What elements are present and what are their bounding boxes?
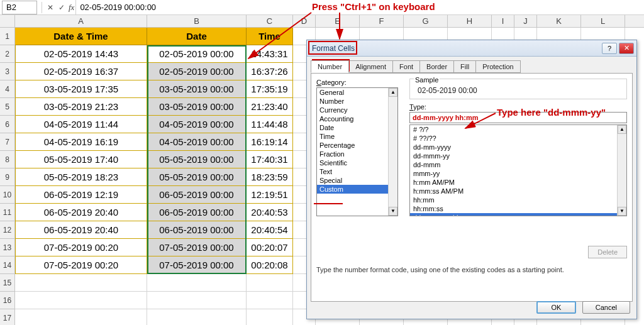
row-header-15[interactable]: 15	[0, 274, 14, 292]
category-item-text[interactable]: Text	[317, 167, 397, 176]
cell-B9[interactable]: 05-05-2019 00:00	[147, 168, 247, 186]
cell-B2[interactable]: 02-05-2019 00:00	[147, 45, 247, 63]
type-item[interactable]: dd-mm-yyyy hh:mm	[410, 213, 626, 216]
category-item-date[interactable]: Date	[317, 123, 397, 132]
row-header-16[interactable]: 16	[0, 292, 14, 309]
cell-C5[interactable]: 21:23:40	[247, 98, 293, 116]
cell-A11[interactable]: 06-05-2019 20:40	[15, 204, 147, 221]
row-header-5[interactable]: 5	[0, 98, 14, 116]
type-item[interactable]: dd-mmm-yy	[410, 151, 626, 160]
scroll-up-icon[interactable]: ▲	[389, 88, 397, 97]
column-header-A[interactable]: A	[15, 15, 147, 27]
type-item[interactable]: h:mm AM/PM	[410, 178, 626, 187]
cell-C16[interactable]	[247, 292, 293, 309]
category-item-currency[interactable]: Currency	[317, 106, 397, 114]
cell-A14[interactable]: 07-05-2019 00:20	[15, 256, 147, 274]
cell-A12[interactable]: 06-05-2019 20:40	[15, 221, 147, 239]
cell-B17[interactable]	[147, 309, 247, 325]
cell-A9[interactable]: 05-05-2019 18:23	[15, 168, 147, 186]
cell-B7[interactable]: 04-05-2019 00:00	[147, 133, 247, 151]
row-header-14[interactable]: 14	[0, 256, 14, 274]
cancel-button[interactable]: Cancel	[582, 301, 630, 314]
scrollbar[interactable]: ▲ ▼	[388, 88, 397, 216]
namebox[interactable]: B2	[2, 1, 37, 14]
column-header-D[interactable]: D	[293, 15, 316, 27]
cell-C2[interactable]: 14:43:31	[247, 45, 293, 63]
cell-A2[interactable]: 02-05-2019 14:43	[15, 45, 147, 63]
cell-A4[interactable]: 03-05-2019 17:35	[15, 80, 147, 98]
cell-C6[interactable]: 11:44:48	[247, 116, 293, 133]
cell-C1[interactable]: Time	[247, 28, 293, 45]
cell-B16[interactable]	[147, 292, 247, 309]
cell-C8[interactable]: 17:40:31	[247, 151, 293, 168]
cell-A7[interactable]: 04-05-2019 16:19	[15, 133, 147, 151]
cell-B15[interactable]	[147, 274, 247, 292]
cell-C4[interactable]: 17:35:19	[247, 80, 293, 98]
column-header-C[interactable]: C	[247, 15, 293, 27]
close-button[interactable]: ✕	[619, 43, 634, 54]
type-item[interactable]: h:mm:ss AM/PM	[410, 187, 626, 196]
column-header-G[interactable]: G	[404, 15, 448, 27]
select-all-corner[interactable]	[0, 15, 15, 28]
cell-C12[interactable]: 20:40:54	[247, 221, 293, 239]
type-item[interactable]: hh:mm	[410, 196, 626, 204]
cell-A3[interactable]: 02-05-2019 16:37	[15, 63, 147, 80]
category-item-time[interactable]: Time	[317, 132, 397, 141]
tab-number[interactable]: Number	[311, 60, 349, 73]
type-item[interactable]: # ??/??	[410, 134, 626, 143]
cell-B5[interactable]: 03-05-2019 00:00	[147, 98, 247, 116]
category-item-fraction[interactable]: Fraction	[317, 150, 397, 158]
help-button[interactable]: ?	[602, 43, 617, 54]
column-header-E[interactable]: E	[316, 15, 360, 27]
row-header-11[interactable]: 11	[0, 204, 14, 221]
tab-font[interactable]: Font	[392, 60, 420, 73]
row-header-9[interactable]: 9	[0, 168, 14, 186]
column-header-H[interactable]: H	[448, 15, 492, 27]
cell-B11[interactable]: 06-05-2019 00:00	[147, 204, 247, 221]
cell-C3[interactable]: 16:37:26	[247, 63, 293, 80]
cell-B14[interactable]: 07-05-2019 00:00	[147, 256, 247, 274]
cell-A6[interactable]: 04-05-2019 11:44	[15, 116, 147, 133]
row-header-13[interactable]: 13	[0, 239, 14, 256]
category-item-number[interactable]: Number	[317, 97, 397, 106]
scrollbar[interactable]: ▲ ▼	[617, 125, 626, 216]
cell-C11[interactable]: 20:40:53	[247, 204, 293, 221]
category-listbox[interactable]: GeneralNumberCurrencyAccountingDateTimeP…	[316, 87, 398, 216]
row-header-3[interactable]: 3	[0, 63, 14, 80]
scroll-up-icon[interactable]: ▲	[618, 125, 626, 134]
row-header-10[interactable]: 10	[0, 186, 14, 204]
column-header-F[interactable]: F	[360, 15, 404, 27]
cell-A8[interactable]: 05-05-2019 17:40	[15, 151, 147, 168]
type-item[interactable]: dd-mm-yyyy	[410, 143, 626, 151]
cell-A17[interactable]	[15, 309, 147, 325]
cell-A10[interactable]: 06-05-2019 12:19	[15, 186, 147, 204]
type-item[interactable]: # ?/?	[410, 125, 626, 134]
cell-B10[interactable]: 06-05-2019 00:00	[147, 186, 247, 204]
row-header-4[interactable]: 4	[0, 80, 14, 98]
cell-C13[interactable]: 00:20:07	[247, 239, 293, 256]
cell-C7[interactable]: 16:19:14	[247, 133, 293, 151]
category-item-scientific[interactable]: Scientific	[317, 158, 397, 167]
column-header-I[interactable]: I	[492, 15, 514, 27]
scroll-track[interactable]	[389, 97, 397, 207]
tab-alignment[interactable]: Alignment	[348, 60, 393, 73]
cell-A16[interactable]	[15, 292, 147, 309]
category-item-general[interactable]: General	[317, 88, 397, 97]
type-item[interactable]: mmm-yy	[410, 169, 626, 178]
type-item[interactable]: dd-mmm	[410, 160, 626, 169]
cell-A1[interactable]: Date & Time	[15, 28, 147, 45]
scroll-down-icon[interactable]: ▼	[389, 207, 397, 216]
type-item[interactable]: hh:mm:ss	[410, 204, 626, 213]
cell-B1[interactable]: Date	[147, 28, 247, 45]
tab-protection[interactable]: Protection	[475, 60, 521, 73]
row-header-1[interactable]: 1	[0, 28, 14, 45]
cell-B8[interactable]: 05-05-2019 00:00	[147, 151, 247, 168]
cell-B12[interactable]: 06-05-2019 00:00	[147, 221, 247, 239]
column-header-K[interactable]: K	[537, 15, 581, 27]
tab-fill[interactable]: Fill	[453, 60, 476, 73]
cell-C14[interactable]: 00:20:08	[247, 256, 293, 274]
column-header-L[interactable]: L	[581, 15, 625, 27]
row-header-2[interactable]: 2	[0, 45, 14, 63]
scroll-down-icon[interactable]: ▼	[618, 207, 626, 216]
cell-B13[interactable]: 07-05-2019 00:00	[147, 239, 247, 256]
